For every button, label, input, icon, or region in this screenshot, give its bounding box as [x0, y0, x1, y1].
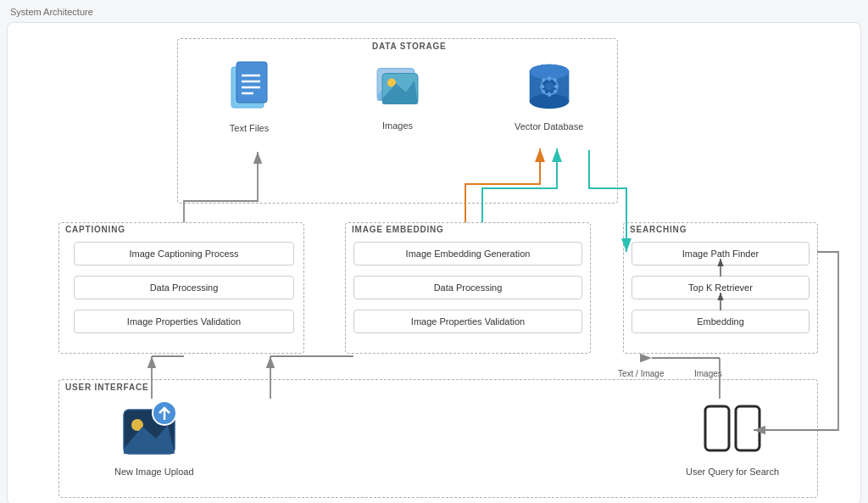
- user-query-label: User Query for Search: [686, 467, 779, 477]
- window-title: System Architecture: [7, 7, 861, 17]
- text-files-label: Text Files: [230, 123, 269, 133]
- vector-db-label: Vector Database: [515, 121, 583, 131]
- embedding-process-2: Data Processing: [353, 276, 582, 299]
- text-image-label: Text / Image: [618, 369, 664, 378]
- new-image-upload-item: New Image Upload: [114, 398, 194, 477]
- captioning-process-1: Image Captioning Process: [74, 242, 294, 265]
- diagram-area: DATA STORAGE Text Files: [7, 22, 861, 503]
- svg-rect-36: [710, 411, 724, 445]
- embedding-process-1: Image Embedding Generation: [353, 242, 582, 265]
- svg-rect-24: [554, 85, 559, 88]
- svg-point-20: [545, 82, 554, 91]
- embedding-process-3: Image Properties Validation: [353, 310, 582, 333]
- images-item: Images: [372, 60, 423, 131]
- searching-process-2: Top K Retriever: [632, 276, 810, 299]
- searching-process-1: Image Path Finder: [632, 242, 810, 265]
- main-container: System Architecture DATA STORAGE Text Fi…: [0, 0, 868, 503]
- vector-db-icon: [525, 57, 574, 116]
- vector-db-item: Vector Database: [515, 57, 583, 131]
- captioning-process-2: Data Processing: [74, 276, 294, 299]
- text-files-item: Text Files: [225, 59, 274, 133]
- images-icon: [372, 60, 423, 115]
- searching-process-3: Embedding: [632, 310, 810, 333]
- text-files-icon: [225, 59, 274, 118]
- new-image-upload-label: New Image Upload: [114, 467, 194, 477]
- svg-rect-22: [548, 92, 551, 97]
- captioning-process-3: Image Properties Validation: [74, 310, 294, 333]
- svg-rect-21: [548, 76, 551, 81]
- query-icon: [698, 398, 766, 461]
- images-arrow-label: Images: [694, 369, 722, 378]
- upload-icon: [120, 398, 188, 461]
- svg-rect-37: [741, 411, 754, 445]
- user-query-item: User Query for Search: [686, 398, 779, 477]
- svg-rect-23: [540, 85, 544, 88]
- images-label: Images: [382, 120, 413, 131]
